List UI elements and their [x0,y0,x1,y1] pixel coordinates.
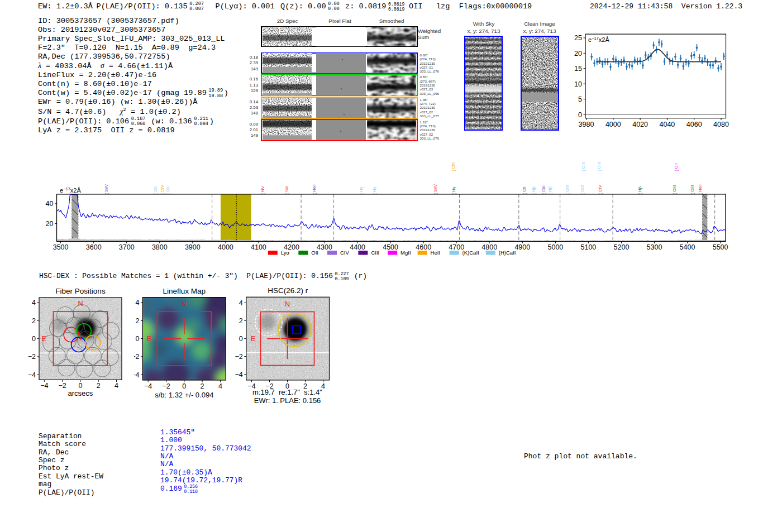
svg-text:(K)CaII: (K)CaII [462,250,479,256]
svg-text:4040: 4040 [659,121,675,128]
svg-text:2: 2 [239,317,243,325]
svg-text:−4: −4 [28,371,36,379]
svg-text:(H)CaII: (H)CaII [499,250,516,256]
svg-text:Lyα: Lyα [281,250,290,256]
svg-text:3900: 3900 [185,243,201,251]
svg-text:4080: 4080 [713,121,729,128]
svg-text:4020: 4020 [632,121,648,128]
svg-text:−2: −2 [134,353,139,361]
svg-text:5: 5 [578,95,582,103]
svg-text:{ Hγ: { Hγ [372,186,377,194]
svg-text:{ CIV: { CIV [598,185,603,194]
svg-text:4300: 4300 [317,243,332,251]
svg-text:−2: −2 [28,353,36,361]
svg-text:4: 4 [218,382,222,390]
svg-text:2: 2 [97,382,101,390]
svg-text:2: 2 [201,382,204,390]
svg-text:{ OIII: { OIII [581,162,586,171]
svg-text:20: 20 [46,220,54,228]
svg-text:2: 2 [135,317,139,325]
svg-text:4000: 4000 [605,121,621,128]
svg-text:40: 40 [46,200,54,208]
svg-text:e−17x2Å: e−17x2Å [588,36,609,44]
svg-text:0: 0 [32,335,36,343]
svg-text:{ OIII: { OIII [580,185,585,194]
svg-text:4500: 4500 [383,243,398,251]
svg-text:m:19.7 re:1.7" s:1.4": m:19.7 re:1.7" s:1.4" [252,388,322,396]
svg-text:15: 15 [574,65,582,73]
svg-text:3600: 3600 [86,243,102,251]
svg-text:4: 4 [115,382,118,390]
svg-text:{ SiII: { SiII [284,186,289,194]
svg-text:{ OII: { OII [674,164,679,171]
svg-text:−4: −4 [235,371,243,378]
svg-text:{ Hγ: { Hγ [359,186,364,194]
svg-text:0: 0 [239,335,243,343]
svg-text:4000: 4000 [218,243,233,251]
svg-text:4600: 4600 [416,243,431,251]
svg-text:2: 2 [32,317,36,325]
svg-text:Fiber Positions: Fiber Positions [55,287,106,295]
svg-text:e−17x2Å: e−17x2Å [60,186,81,194]
svg-text:0: 0 [135,335,139,343]
svg-text:4800: 4800 [481,243,497,251]
svg-text:E: E [251,335,255,343]
svg-text:4: 4 [239,299,243,307]
svg-text:0: 0 [578,111,582,119]
svg-text:OII: OII [311,250,318,256]
svg-text:4: 4 [135,299,139,306]
svg-text:3980: 3980 [579,121,594,128]
svg-text:−4: −4 [40,382,48,390]
svg-text:5300: 5300 [647,243,662,251]
svg-text:4100: 4100 [251,243,266,251]
svg-text:0: 0 [78,382,82,390]
svg-text:{ Hβ: { Hβ [637,186,642,194]
svg-text:Lineflux Map: Lineflux Map [163,287,206,295]
svg-text:5500: 5500 [713,243,728,251]
svg-text:5400: 5400 [680,243,695,251]
svg-text:{ SiIV: { SiIV [433,184,438,194]
svg-text:5100: 5100 [580,243,596,251]
svg-text:4900: 4900 [514,243,530,251]
svg-text:{ Hβ: { Hβ [531,186,536,194]
svg-text:CIV: CIV [340,250,350,256]
svg-text:10: 10 [574,80,582,88]
svg-text:N: N [78,300,83,308]
svg-text:{ HeII: { HeII [698,184,703,194]
svg-text:{ SiIV: { SiIV [104,184,109,194]
svg-text:s/b: 1.32 +/- 0.094: s/b: 1.32 +/- 0.094 [155,391,213,399]
svg-text:25: 25 [574,34,582,42]
svg-text:{ OII: { OII [165,186,170,194]
svg-text:{ OIII: { OIII [690,185,695,194]
svg-text:{ CII: { CII [522,186,527,194]
svg-text:N: N [285,300,290,308]
svg-text:EWr: 1. PLAE: 0.156: EWr: 1. PLAE: 0.156 [254,396,321,405]
svg-text:4060: 4060 [686,121,702,128]
svg-text:5200: 5200 [614,243,630,251]
svg-text:{ NV: { NV [260,186,265,194]
svg-text:{ CIII: { CIII [541,185,546,194]
svg-text:4: 4 [32,299,36,306]
svg-text:E: E [147,335,151,343]
svg-text:{ OIII: { OIII [597,162,602,171]
svg-text:{ CIII: { CIII [451,162,456,171]
svg-text:MgII: MgII [400,250,411,256]
svg-text:{ HeII: { HeII [312,184,317,194]
svg-text:5000: 5000 [547,243,563,251]
svg-text:3800: 3800 [152,243,168,251]
svg-text:3500: 3500 [53,243,69,251]
svg-text:−4: −4 [144,382,152,390]
svg-text:{ Hγ: { Hγ [451,186,456,194]
svg-text:{ OII: { OII [153,186,158,194]
svg-text:20: 20 [574,50,582,57]
svg-text:4400: 4400 [350,243,365,251]
svg-text:N: N [182,300,187,308]
svg-text:−4: −4 [134,371,139,379]
svg-text:HeII: HeII [431,250,440,256]
svg-text:{ CIV: { CIV [160,185,165,194]
svg-text:−2: −2 [58,382,66,390]
svg-text:3700: 3700 [119,243,135,251]
svg-text:CIII: CIII [371,250,379,256]
svg-text:−2: −2 [235,353,243,361]
svg-text:−2: −2 [162,382,170,390]
